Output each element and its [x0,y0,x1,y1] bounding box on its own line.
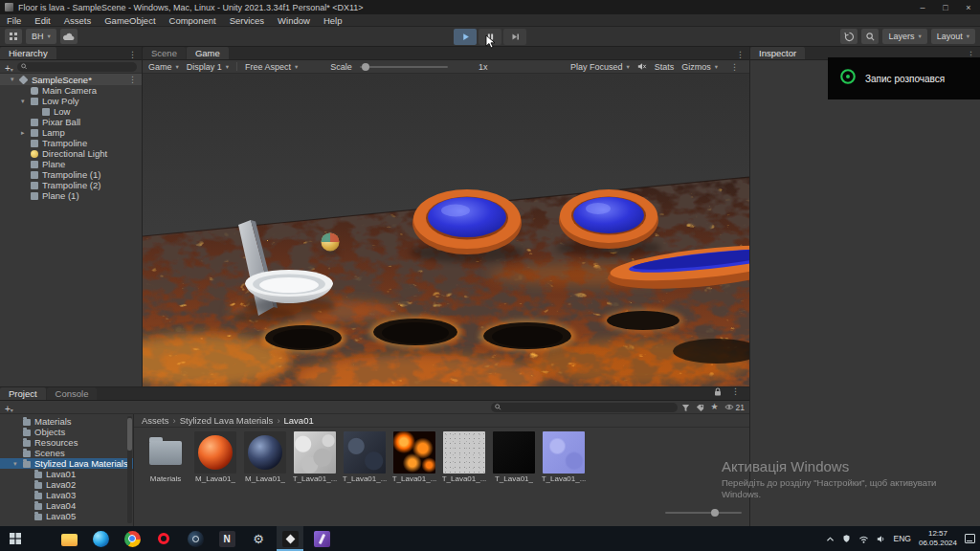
hierarchy-item[interactable]: Low [0,106,142,117]
shield-icon[interactable] [842,534,851,543]
hierarchy-item[interactable]: Trampoline (2) [0,180,142,190]
mute-audio-icon[interactable] [637,62,647,71]
search-by-label-icon[interactable] [696,399,704,416]
tree-scrollbar[interactable] [127,416,132,523]
step-button[interactable] [503,29,526,45]
folder-tree-item[interactable]: Objects [0,427,133,437]
start-button[interactable] [0,526,31,551]
taskbar-app-icon[interactable] [150,526,177,551]
menu-item[interactable]: Help [317,14,349,26]
add-asset-button[interactable] [5,399,13,416]
view-tab[interactable]: Game [187,47,229,59]
menu-item[interactable]: Edit [28,14,56,26]
hierarchy-item[interactable]: Main Camera [0,85,142,96]
breadcrumb-item[interactable]: Assets [142,415,180,426]
search-icon[interactable] [861,29,879,44]
menu-item[interactable]: Window [271,14,317,26]
asset-item[interactable]: M_Lava01_ [191,431,239,483]
wifi-icon[interactable] [858,535,869,543]
expand-arrow[interactable] [21,98,31,105]
maximize-button[interactable]: □ [934,0,957,14]
hierarchy-item[interactable]: Directional Light [0,148,142,159]
breadcrumb-item[interactable]: Lava01 [284,415,314,426]
layers-dropdown[interactable]: Layers [882,29,926,44]
taskbar-app-icon[interactable] [308,526,335,551]
project-search-input[interactable] [504,403,674,412]
folder-tree-item[interactable]: Lava04 [0,500,133,511]
play-focused-dropdown[interactable]: Play Focused [570,62,630,72]
hierarchy-scene-header[interactable]: SampleScene* [0,74,142,85]
search-by-type-icon[interactable] [681,399,690,416]
asset-item[interactable]: T_Lava01_... [540,431,588,483]
taskbar-clock[interactable]: 12:57 06.05.2024 [919,529,957,549]
minimize-button[interactable]: – [911,0,934,14]
play-button[interactable] [454,29,477,45]
tab-inspector[interactable]: Inspector [750,47,805,59]
hierarchy-item[interactable]: Trampoline (1) [0,169,142,180]
taskbar-app-icon[interactable] [56,526,82,551]
volume-icon[interactable] [877,535,886,543]
menu-item[interactable]: File [0,14,28,26]
folder-tree-item[interactable]: Materials [0,416,133,427]
hierarchy-item[interactable]: Plane [0,159,142,169]
scene-menu-icon[interactable] [123,75,142,84]
panel-menu-icon[interactable] [123,50,142,59]
hierarchy-item[interactable]: Pixar Ball [0,117,142,127]
panel-menu-icon[interactable] [725,62,744,72]
undo-history-icon[interactable] [840,29,858,44]
asset-item[interactable]: T_Lava01_... [291,431,339,483]
view-tab[interactable]: Scene [143,47,186,59]
folder-tree-item[interactable]: Scenes [0,448,133,458]
grid-icon[interactable] [5,29,22,44]
language-indicator[interactable]: ENG [894,534,911,543]
taskbar-app-icon[interactable]: N [213,526,240,551]
asset-item[interactable]: T_Lava01_ [490,431,538,483]
stats-toggle[interactable]: Stats [655,62,675,72]
notification-center-icon[interactable] [965,534,975,543]
hierarchy-search-input[interactable] [30,62,133,72]
account-button[interactable]: BH [26,29,56,44]
layout-dropdown[interactable]: Layout [931,29,975,44]
project-search[interactable] [491,403,678,412]
menu-item[interactable]: Services [223,14,271,26]
folder-tree-item[interactable]: Lava01 [0,469,133,479]
game-viewport[interactable] [143,74,749,386]
panel-menu-icon[interactable] [731,50,749,59]
game-menu-dropdown[interactable]: Game [148,62,179,72]
lock-icon[interactable] [714,383,722,400]
asset-item[interactable]: T_Lava01_... [440,431,488,483]
save-search-icon[interactable]: ★ [710,403,718,411]
hierarchy-item[interactable]: Trampoline [0,138,142,148]
close-button[interactable]: × [957,0,980,14]
gizmos-dropdown[interactable]: Gizmos [681,62,718,72]
folder-tree-item[interactable]: Lava03 [0,490,133,500]
panel-menu-icon[interactable] [726,386,745,396]
taskbar-app-icon[interactable] [119,526,145,551]
taskbar-app-icon[interactable] [182,526,209,551]
expand-arrow[interactable] [21,129,31,137]
taskbar-app-icon[interactable] [277,526,303,551]
asset-item[interactable]: M_Lava01_ [241,431,289,483]
hidden-packages-toggle[interactable]: 21 [724,403,745,412]
folder-tree-item[interactable]: Stylized Lava Materials [0,458,133,469]
hierarchy-item[interactable]: Low Poly [0,96,142,106]
expand-arrow[interactable] [13,460,23,468]
menu-item[interactable]: Assets [57,14,99,26]
folder-tree-item[interactable]: Lava02 [0,479,133,490]
taskbar-app-icon[interactable]: ⚙ [245,526,272,551]
tray-expand-icon[interactable] [826,536,835,542]
thumbnail-size-slider[interactable] [665,512,742,514]
asset-item[interactable]: Materials [142,431,189,483]
scale-slider[interactable] [360,66,448,68]
hierarchy-search[interactable] [17,62,137,72]
display-dropdown[interactable]: Display 1 [187,62,229,72]
folder-tree-item[interactable]: Resources [0,437,133,448]
breadcrumb-item[interactable]: Stylized Lava Materials [180,415,284,426]
menu-item[interactable]: GameObject [98,14,162,26]
cloud-icon[interactable] [60,29,78,44]
menu-item[interactable]: Component [163,14,223,26]
aspect-dropdown[interactable]: Free Aspect [245,62,298,72]
folder-tree-item[interactable]: Lava05 [0,511,133,521]
add-object-button[interactable] [5,58,13,76]
hierarchy-item[interactable]: Lamp [0,127,142,138]
